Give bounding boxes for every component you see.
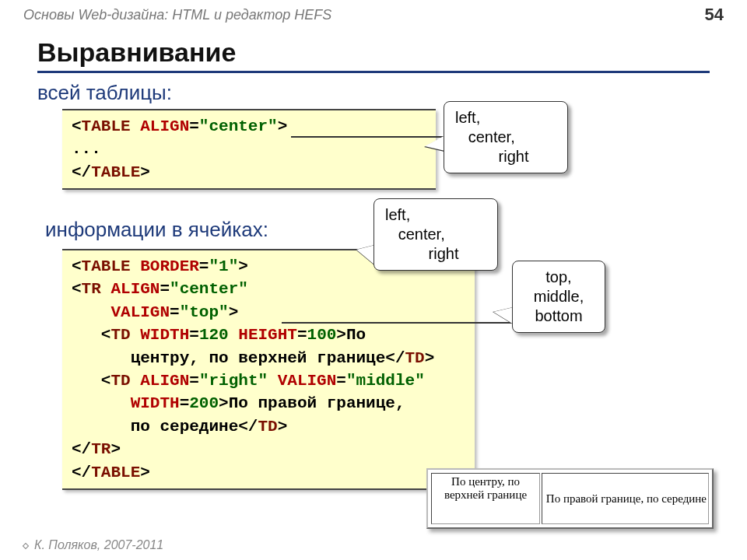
t: > <box>140 464 150 481</box>
t: < <box>72 257 82 275</box>
bullet-icon <box>23 543 29 549</box>
t: = <box>297 326 307 344</box>
t <box>72 394 131 412</box>
t: > <box>278 418 288 436</box>
t: HEIGHT <box>238 326 297 344</box>
t <box>131 117 141 135</box>
t: ... <box>72 140 101 158</box>
connector-line <box>282 322 512 324</box>
t: "top" <box>180 303 229 321</box>
t: = <box>160 280 170 298</box>
t <box>72 326 101 344</box>
t: = <box>189 326 199 344</box>
t <box>131 257 141 275</box>
t: VALIGN <box>278 372 337 390</box>
t: "1" <box>209 257 238 275</box>
code-block-table-align: <TABLE ALIGN="center"> ... </TABLE> <box>62 109 436 190</box>
t: < <box>72 280 82 298</box>
t: 200 <box>189 394 219 412</box>
t: = <box>189 117 199 135</box>
t: 120 <box>199 326 229 344</box>
t: TABLE <box>91 464 140 481</box>
callout-valign-values: top, middle, bottom <box>512 261 605 333</box>
t: > <box>238 257 248 275</box>
example-cell-b: По правой границе, по середине <box>542 473 709 524</box>
subtitle-whole-table: всей таблицы: <box>37 81 172 105</box>
t: TR <box>82 280 101 298</box>
t: По правой границе, <box>229 394 405 412</box>
t <box>101 280 111 298</box>
t: > <box>140 163 150 181</box>
t: по середине <box>131 418 239 436</box>
t: "center" <box>199 117 278 135</box>
t: TD <box>405 349 425 367</box>
t: ALIGN <box>140 372 189 390</box>
callout-align-values-1: left, center, right <box>444 101 568 173</box>
t: </ <box>72 464 91 481</box>
t: = <box>180 394 190 412</box>
t <box>72 372 101 390</box>
callout-tail <box>356 245 375 265</box>
t: TABLE <box>91 163 140 181</box>
t: = <box>199 257 209 275</box>
t: > <box>278 117 288 135</box>
t: TABLE <box>82 257 131 275</box>
t: "middle" <box>346 372 425 390</box>
t: < <box>101 372 111 390</box>
t: = <box>336 372 346 390</box>
t: </ <box>385 349 405 367</box>
t: > <box>219 394 229 412</box>
footer-text: К. Поляков, 2007-2011 <box>34 538 163 551</box>
t <box>72 349 131 367</box>
t: TR <box>91 440 110 458</box>
t <box>72 303 110 321</box>
t: > <box>336 326 346 344</box>
t: < <box>72 117 82 135</box>
t <box>131 326 141 344</box>
t: 100 <box>307 326 337 344</box>
example-cell-a: По центру, по верхней границе <box>431 473 540 524</box>
footer-author: К. Поляков, 2007-2011 <box>23 538 163 552</box>
page-number: 54 <box>705 5 724 25</box>
slide-title: Выравнивание <box>37 37 710 73</box>
t: WIDTH <box>131 394 180 412</box>
t: > <box>425 349 435 367</box>
t <box>229 326 239 344</box>
t: = <box>189 372 199 390</box>
t <box>268 372 278 390</box>
t: BORDER <box>140 257 199 275</box>
rendered-example-table: По центру, по верхней границе По правой … <box>426 468 714 529</box>
callout-tail <box>425 135 445 151</box>
t: ALIGN <box>140 117 189 135</box>
doc-title: Основы Web-дизайна: HTML и редактор HEFS <box>23 7 331 23</box>
callout-tail <box>493 307 514 324</box>
t: TD <box>110 326 130 344</box>
t: </ <box>238 418 258 436</box>
t: < <box>101 326 111 344</box>
t: TD <box>110 372 130 390</box>
t: </ <box>72 440 91 458</box>
code-block-cell-align: <TABLE BORDER="1"> <TR ALIGN="center" VA… <box>62 249 475 490</box>
t: "center" <box>170 280 248 298</box>
t: WIDTH <box>140 326 189 344</box>
t: VALIGN <box>110 303 170 321</box>
t: = <box>170 303 180 321</box>
t: "right" <box>199 372 268 390</box>
callout-align-values-2: left, center, right <box>374 198 498 271</box>
t: TABLE <box>82 117 131 135</box>
t: По <box>346 326 366 344</box>
t <box>72 418 131 436</box>
t: ALIGN <box>110 280 160 298</box>
t: > <box>110 440 121 458</box>
t: > <box>229 303 239 321</box>
t: </ <box>72 163 91 181</box>
t: центру, по верхней границе <box>131 349 386 367</box>
t <box>131 372 141 390</box>
t: TD <box>258 418 277 436</box>
subtitle-cells: информации в ячейках: <box>45 218 268 242</box>
